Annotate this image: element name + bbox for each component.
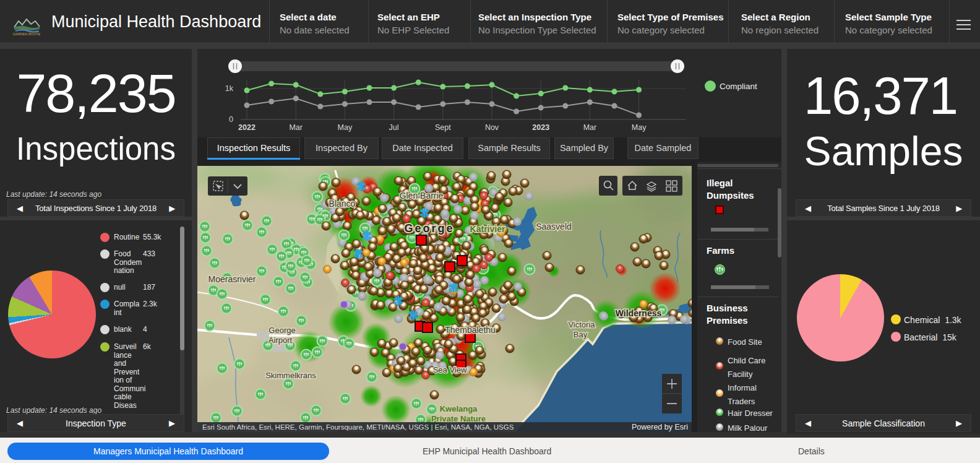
svg-text:Wilderness: Wilderness xyxy=(616,308,662,318)
svg-text:Private Nature: Private Nature xyxy=(431,414,486,423)
svg-text:Sea View: Sea View xyxy=(433,365,467,374)
svg-text:Airport: Airport xyxy=(269,335,293,345)
svg-text:Bay: Bay xyxy=(574,330,588,339)
svg-text:Sept: Sept xyxy=(435,123,451,132)
svg-text:2023: 2023 xyxy=(532,123,549,132)
svg-text:Mar: Mar xyxy=(289,123,303,132)
svg-text:Victoria: Victoria xyxy=(568,320,595,329)
svg-text:Compliant: Compliant xyxy=(720,82,757,91)
svg-text:May: May xyxy=(338,123,353,132)
svg-text:2022: 2022 xyxy=(238,123,256,132)
svg-text:May: May xyxy=(632,123,647,132)
svg-text:Glen Barrie: Glen Barrie xyxy=(400,191,444,201)
svg-text:GARDEN ROUTE: GARDEN ROUTE xyxy=(13,32,41,36)
svg-text:Skimmelkrans: Skimmelkrans xyxy=(265,371,316,380)
svg-text:Thembalethu: Thembalethu xyxy=(445,325,496,335)
svg-text:Blanco: Blanco xyxy=(329,199,356,209)
svg-text:Moerasrivier: Moerasrivier xyxy=(208,274,256,284)
svg-text:Powered by Esri: Powered by Esri xyxy=(632,423,688,431)
svg-text:George: George xyxy=(404,222,454,235)
svg-text:Nov: Nov xyxy=(485,123,499,132)
svg-text:Saasveld: Saasveld xyxy=(536,222,572,232)
svg-text:George: George xyxy=(269,326,295,335)
svg-text:1k: 1k xyxy=(225,84,234,93)
svg-text:Katrivier: Katrivier xyxy=(470,224,505,234)
svg-text:0: 0 xyxy=(229,115,233,124)
svg-text:Jul: Jul xyxy=(389,123,399,132)
svg-text:Kwelanga: Kwelanga xyxy=(440,404,478,413)
svg-text:Esri South Africa, Esri, HERE,: Esri South Africa, Esri, HERE, Garmin, F… xyxy=(202,423,514,431)
svg-text:Mar: Mar xyxy=(583,123,597,132)
